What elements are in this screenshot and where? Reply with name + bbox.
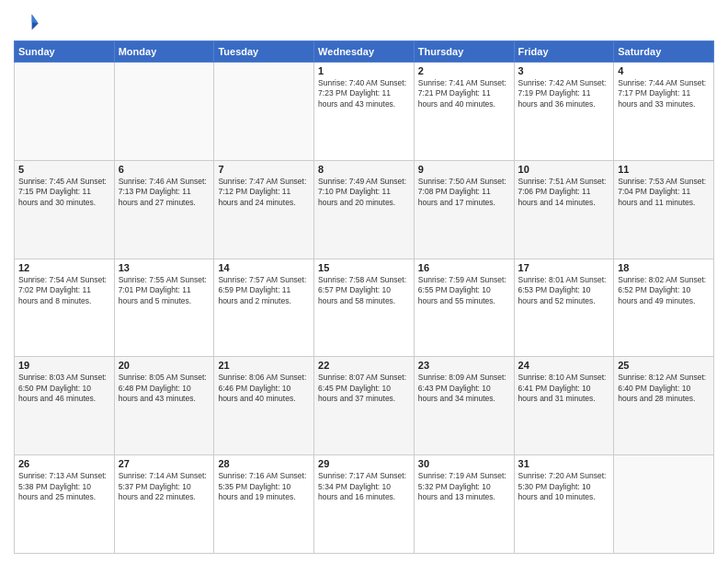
calendar-cell: 28Sunrise: 7:16 AM Sunset: 5:35 PM Dayli…: [214, 455, 314, 554]
day-number: 5: [18, 164, 110, 175]
day-info: Sunrise: 8:09 AM Sunset: 6:43 PM Dayligh…: [418, 373, 510, 404]
day-info: Sunrise: 7:40 AM Sunset: 7:23 PM Dayligh…: [318, 78, 410, 109]
day-number: 2: [418, 65, 510, 76]
calendar-header-wednesday: Wednesday: [314, 41, 415, 63]
day-info: Sunrise: 7:47 AM Sunset: 7:12 PM Dayligh…: [218, 177, 310, 208]
page: SundayMondayTuesdayWednesdayThursdayFrid…: [0, 0, 728, 563]
day-number: 10: [518, 164, 610, 175]
day-number: 11: [618, 164, 710, 175]
day-info: Sunrise: 7:44 AM Sunset: 7:17 PM Dayligh…: [618, 78, 710, 109]
day-info: Sunrise: 7:49 AM Sunset: 7:10 PM Dayligh…: [318, 177, 410, 208]
day-info: Sunrise: 8:07 AM Sunset: 6:45 PM Dayligh…: [318, 373, 410, 404]
calendar-cell: 26Sunrise: 7:13 AM Sunset: 5:38 PM Dayli…: [15, 455, 115, 554]
day-info: Sunrise: 7:19 AM Sunset: 5:32 PM Dayligh…: [418, 471, 510, 502]
calendar-cell: 29Sunrise: 7:17 AM Sunset: 5:34 PM Dayli…: [314, 455, 415, 554]
day-number: 15: [318, 262, 410, 273]
day-number: 31: [518, 458, 610, 469]
day-info: Sunrise: 7:13 AM Sunset: 5:38 PM Dayligh…: [18, 471, 110, 502]
calendar-week-row: 1Sunrise: 7:40 AM Sunset: 7:23 PM Daylig…: [15, 63, 714, 161]
day-number: 29: [318, 458, 410, 469]
calendar-week-row: 12Sunrise: 7:54 AM Sunset: 7:02 PM Dayli…: [15, 259, 714, 357]
calendar-cell: 30Sunrise: 7:19 AM Sunset: 5:32 PM Dayli…: [414, 455, 514, 554]
day-info: Sunrise: 7:16 AM Sunset: 5:35 PM Dayligh…: [218, 471, 310, 502]
calendar-cell: 23Sunrise: 8:09 AM Sunset: 6:43 PM Dayli…: [414, 357, 514, 455]
day-info: Sunrise: 7:46 AM Sunset: 7:13 PM Dayligh…: [119, 177, 210, 208]
day-info: Sunrise: 7:42 AM Sunset: 7:19 PM Dayligh…: [518, 78, 610, 109]
calendar-cell: [114, 63, 214, 161]
calendar-cell: 12Sunrise: 7:54 AM Sunset: 7:02 PM Dayli…: [15, 259, 115, 357]
calendar-cell: 14Sunrise: 7:57 AM Sunset: 6:59 PM Dayli…: [214, 259, 314, 357]
day-info: Sunrise: 7:54 AM Sunset: 7:02 PM Dayligh…: [18, 275, 110, 306]
day-number: 3: [518, 65, 610, 76]
day-number: 16: [418, 262, 510, 273]
calendar-cell: 8Sunrise: 7:49 AM Sunset: 7:10 PM Daylig…: [314, 160, 415, 259]
calendar-cell: 11Sunrise: 7:53 AM Sunset: 7:04 PM Dayli…: [614, 160, 714, 259]
day-number: 13: [119, 262, 210, 273]
calendar-cell: 2Sunrise: 7:41 AM Sunset: 7:21 PM Daylig…: [414, 63, 514, 161]
calendar-cell: 27Sunrise: 7:14 AM Sunset: 5:37 PM Dayli…: [114, 455, 214, 554]
calendar-table: SundayMondayTuesdayWednesdayThursdayFrid…: [14, 40, 714, 554]
calendar-week-row: 19Sunrise: 8:03 AM Sunset: 6:50 PM Dayli…: [15, 357, 714, 455]
calendar-cell: 3Sunrise: 7:42 AM Sunset: 7:19 PM Daylig…: [514, 63, 614, 161]
day-number: 20: [119, 360, 210, 371]
day-number: 12: [18, 262, 110, 273]
logo-icon: [14, 9, 40, 35]
day-info: Sunrise: 7:14 AM Sunset: 5:37 PM Dayligh…: [119, 471, 210, 502]
calendar-cell: 16Sunrise: 7:59 AM Sunset: 6:55 PM Dayli…: [414, 259, 514, 357]
calendar-cell: 13Sunrise: 7:55 AM Sunset: 7:01 PM Dayli…: [114, 259, 214, 357]
day-info: Sunrise: 7:45 AM Sunset: 7:15 PM Dayligh…: [18, 177, 110, 208]
calendar-week-row: 5Sunrise: 7:45 AM Sunset: 7:15 PM Daylig…: [15, 160, 714, 259]
calendar-cell: 7Sunrise: 7:47 AM Sunset: 7:12 PM Daylig…: [214, 160, 314, 259]
day-number: 18: [618, 262, 710, 273]
day-info: Sunrise: 8:01 AM Sunset: 6:53 PM Dayligh…: [518, 275, 610, 306]
day-info: Sunrise: 7:20 AM Sunset: 5:30 PM Dayligh…: [518, 471, 610, 502]
calendar-cell: [15, 63, 115, 161]
day-info: Sunrise: 8:05 AM Sunset: 6:48 PM Dayligh…: [119, 373, 210, 404]
day-info: Sunrise: 7:59 AM Sunset: 6:55 PM Dayligh…: [418, 275, 510, 306]
day-number: 19: [18, 360, 110, 371]
calendar-cell: 5Sunrise: 7:45 AM Sunset: 7:15 PM Daylig…: [15, 160, 115, 259]
header: [14, 9, 714, 35]
day-info: Sunrise: 8:02 AM Sunset: 6:52 PM Dayligh…: [618, 275, 710, 306]
day-info: Sunrise: 7:17 AM Sunset: 5:34 PM Dayligh…: [318, 471, 410, 502]
svg-marker-1: [32, 15, 39, 24]
day-number: 14: [218, 262, 310, 273]
calendar-cell: 21Sunrise: 8:06 AM Sunset: 6:46 PM Dayli…: [214, 357, 314, 455]
day-number: 30: [418, 458, 510, 469]
calendar-cell: 15Sunrise: 7:58 AM Sunset: 6:57 PM Dayli…: [314, 259, 415, 357]
day-number: 1: [318, 65, 410, 76]
calendar-cell: 22Sunrise: 8:07 AM Sunset: 6:45 PM Dayli…: [314, 357, 415, 455]
day-number: 21: [218, 360, 310, 371]
calendar-cell: 10Sunrise: 7:51 AM Sunset: 7:06 PM Dayli…: [514, 160, 614, 259]
calendar-cell: 4Sunrise: 7:44 AM Sunset: 7:17 PM Daylig…: [614, 63, 714, 161]
logo: [14, 9, 43, 35]
day-number: 9: [418, 164, 510, 175]
day-number: 25: [618, 360, 710, 371]
calendar-cell: 19Sunrise: 8:03 AM Sunset: 6:50 PM Dayli…: [15, 357, 115, 455]
calendar-header-row: SundayMondayTuesdayWednesdayThursdayFrid…: [15, 41, 714, 63]
day-info: Sunrise: 8:06 AM Sunset: 6:46 PM Dayligh…: [218, 373, 310, 404]
day-info: Sunrise: 7:58 AM Sunset: 6:57 PM Dayligh…: [318, 275, 410, 306]
calendar-cell: [214, 63, 314, 161]
day-info: Sunrise: 7:57 AM Sunset: 6:59 PM Dayligh…: [218, 275, 310, 306]
day-number: 17: [518, 262, 610, 273]
calendar-cell: [614, 455, 714, 554]
day-info: Sunrise: 8:10 AM Sunset: 6:41 PM Dayligh…: [518, 373, 610, 404]
calendar-cell: 25Sunrise: 8:12 AM Sunset: 6:40 PM Dayli…: [614, 357, 714, 455]
calendar-header-friday: Friday: [514, 41, 614, 63]
calendar-cell: 17Sunrise: 8:01 AM Sunset: 6:53 PM Dayli…: [514, 259, 614, 357]
calendar-cell: 9Sunrise: 7:50 AM Sunset: 7:08 PM Daylig…: [414, 160, 514, 259]
calendar-header-monday: Monday: [114, 41, 214, 63]
calendar-cell: 24Sunrise: 8:10 AM Sunset: 6:41 PM Dayli…: [514, 357, 614, 455]
day-number: 7: [218, 164, 310, 175]
day-info: Sunrise: 8:12 AM Sunset: 6:40 PM Dayligh…: [618, 373, 710, 404]
day-number: 26: [18, 458, 110, 469]
day-number: 22: [318, 360, 410, 371]
day-number: 8: [318, 164, 410, 175]
day-info: Sunrise: 7:41 AM Sunset: 7:21 PM Dayligh…: [418, 78, 510, 109]
calendar-cell: 31Sunrise: 7:20 AM Sunset: 5:30 PM Dayli…: [514, 455, 614, 554]
day-info: Sunrise: 8:03 AM Sunset: 6:50 PM Dayligh…: [18, 373, 110, 404]
day-info: Sunrise: 7:55 AM Sunset: 7:01 PM Dayligh…: [119, 275, 210, 306]
day-number: 23: [418, 360, 510, 371]
day-number: 27: [119, 458, 210, 469]
